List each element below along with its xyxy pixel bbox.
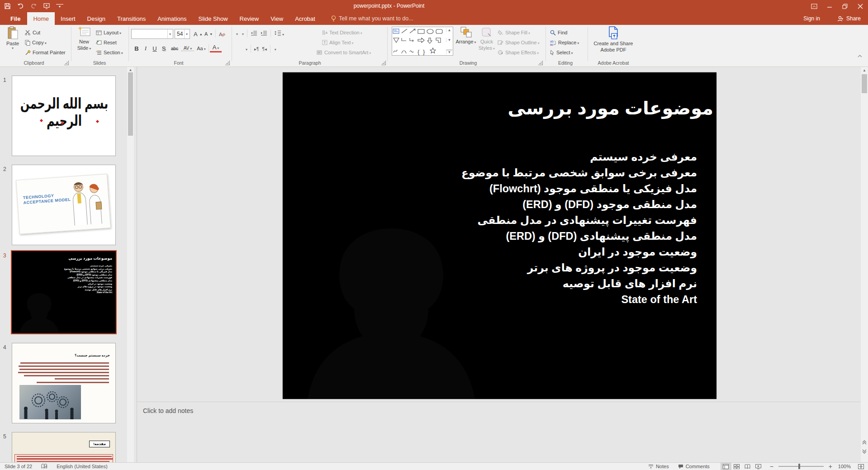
tab-animations[interactable]: Animations: [152, 12, 192, 25]
create-adobe-pdf-button[interactable]: Create and Share Adobe PDF: [590, 26, 636, 59]
slide-sorter-icon[interactable]: [731, 463, 742, 470]
select-button[interactable]: Select: [550, 48, 573, 57]
reset-button[interactable]: Reset: [96, 38, 117, 47]
layout-button[interactable]: Layout: [96, 28, 121, 37]
tab-insert[interactable]: Insert: [55, 12, 81, 25]
increase-indent-button[interactable]: [261, 31, 267, 37]
numbering-button[interactable]: [241, 31, 244, 36]
text-direction-button[interactable]: A Text Direction: [322, 28, 362, 37]
reading-view-icon[interactable]: [742, 463, 753, 470]
collapse-ribbon-icon[interactable]: [858, 53, 862, 58]
character-spacing-button[interactable]: AV: [181, 46, 194, 51]
restore-icon[interactable]: [837, 0, 853, 12]
shape-gallery[interactable]: { } ▲ ▼ ▼: [392, 27, 453, 56]
pane-divider[interactable]: [137, 67, 137, 462]
ribbon-display-options-icon[interactable]: [806, 0, 822, 12]
ltr-direction-button[interactable]: ▸¶: [254, 47, 259, 52]
bullets-button[interactable]: [235, 31, 238, 36]
fit-to-window-icon[interactable]: [855, 463, 866, 470]
comments-toggle[interactable]: Comments: [674, 463, 714, 470]
gallery-scroll-up-icon[interactable]: ▲: [446, 28, 452, 32]
drawing-dialog-launcher[interactable]: [538, 61, 543, 65]
sign-in-link[interactable]: Sign in: [793, 15, 830, 22]
new-slide-button[interactable]: New Slide: [74, 26, 94, 59]
tab-view[interactable]: View: [265, 12, 289, 25]
slide-thumbnail-2[interactable]: TECHNOLOGY ACCEPTANCE MODEL: [12, 165, 116, 245]
tab-review[interactable]: Review: [234, 12, 265, 25]
slideshow-icon[interactable]: [753, 463, 764, 470]
decrease-indent-button[interactable]: [251, 31, 257, 37]
tab-home[interactable]: Home: [27, 12, 55, 25]
font-color-button[interactable]: A: [210, 45, 222, 52]
text-shadow-button[interactable]: S: [160, 45, 168, 52]
close-icon[interactable]: [853, 0, 868, 12]
slide-thumbnail-3-selected[interactable]: موضوعات مورد بررسی معرفی خرده سیستممعرفی…: [11, 250, 117, 334]
zoom-in-button[interactable]: +: [827, 463, 834, 470]
find-button[interactable]: Find: [550, 28, 567, 37]
change-case-button[interactable]: Aa: [195, 46, 208, 51]
clipboard-dialog-launcher[interactable]: [64, 61, 69, 65]
tell-me-box[interactable]: Tell me what you want to do...: [331, 12, 413, 25]
slide-title[interactable]: موضوعات مورد بررسی: [342, 98, 713, 119]
zoom-slider[interactable]: [778, 466, 824, 467]
justify-button[interactable]: [245, 46, 247, 52]
zoom-slider-thumb[interactable]: [798, 464, 800, 469]
notes-placeholder[interactable]: Click to add notes: [143, 407, 193, 414]
tab-file[interactable]: File: [4, 12, 27, 25]
paragraph-dialog-launcher[interactable]: [381, 61, 386, 65]
notes-splitter[interactable]: [137, 402, 861, 402]
columns-button[interactable]: [274, 46, 276, 52]
slide-canvas[interactable]: موضوعات مورد بررسی معرفی خرده سیستم معرف…: [283, 72, 716, 399]
minimize-icon[interactable]: [822, 0, 837, 12]
cut-button[interactable]: Cut: [25, 28, 40, 37]
grow-font-button[interactable]: A▲: [194, 29, 203, 38]
slide-indicator[interactable]: Slide 3 of 22: [0, 463, 37, 470]
tab-slide-show[interactable]: Slide Show: [193, 12, 234, 25]
scroll-up-icon[interactable]: ▲: [127, 68, 134, 72]
shape-fill-button[interactable]: Shape Fill: [498, 28, 530, 37]
slide-thumbnail-4[interactable]: خرده سیستم چیست؟: [12, 343, 116, 423]
spellcheck-icon[interactable]: [37, 463, 52, 470]
arrange-button[interactable]: Arrange: [456, 26, 476, 59]
clear-formatting-button[interactable]: A: [219, 29, 225, 38]
font-dialog-launcher[interactable]: [225, 61, 230, 65]
scroll-up-icon[interactable]: ▲: [861, 68, 868, 72]
copy-button[interactable]: Copy: [25, 38, 47, 47]
zoom-out-button[interactable]: −: [768, 463, 775, 470]
tab-acrobat[interactable]: Acrobat: [289, 12, 321, 25]
font-size-input[interactable]: 54▾: [175, 29, 190, 39]
thumbnail-scrollbar-thumb[interactable]: [128, 72, 133, 136]
align-text-button[interactable]: Align Text: [322, 38, 354, 47]
language-indicator[interactable]: English (United States): [52, 463, 112, 470]
editor-scrollbar-thumb[interactable]: [862, 74, 867, 93]
paste-button[interactable]: Paste ▾: [3, 26, 23, 59]
next-slide-button[interactable]: [862, 448, 867, 456]
bold-button[interactable]: B: [133, 45, 141, 52]
gallery-scroll-down-icon[interactable]: ▼: [446, 38, 452, 42]
slide-thumbnail-5[interactable]: مقدمه!: [12, 432, 116, 462]
font-name-input[interactable]: ▾: [131, 29, 173, 39]
section-button[interactable]: Section: [96, 48, 123, 57]
gallery-more-icon[interactable]: ▼: [446, 50, 452, 54]
strikethrough-button[interactable]: abc: [169, 46, 180, 51]
rtl-direction-button[interactable]: ¶◂: [262, 47, 266, 52]
zoom-level[interactable]: 100%: [834, 463, 855, 470]
tab-design[interactable]: Design: [81, 12, 111, 25]
format-painter-button[interactable]: Format Painter: [25, 48, 66, 57]
thumbnail-scrollbar[interactable]: ▲: [127, 67, 134, 462]
editor-scrollbar[interactable]: ▲: [861, 67, 868, 462]
tab-transitions[interactable]: Transitions: [111, 12, 152, 25]
italic-button[interactable]: I: [142, 45, 150, 52]
line-spacing-button[interactable]: [274, 30, 284, 37]
normal-view-icon[interactable]: [721, 463, 731, 470]
shape-effects-button[interactable]: Shape Effects: [498, 48, 539, 57]
quick-styles-button[interactable]: Quick Styles: [477, 26, 497, 59]
slide-body-text[interactable]: معرفی خرده سیستم معرفی برخی سوابق شخصی م…: [444, 149, 697, 308]
notes-toggle[interactable]: Notes: [644, 463, 674, 470]
underline-button[interactable]: U: [151, 45, 159, 52]
replace-button[interactable]: abac Replace: [550, 38, 579, 47]
shape-outline-button[interactable]: Shape Outline: [498, 38, 540, 47]
previous-slide-button[interactable]: [862, 439, 867, 447]
slide-thumbnail-1[interactable]: بسم الله الرحمن الرحیم: [12, 76, 116, 156]
share-button[interactable]: Share: [830, 12, 868, 25]
